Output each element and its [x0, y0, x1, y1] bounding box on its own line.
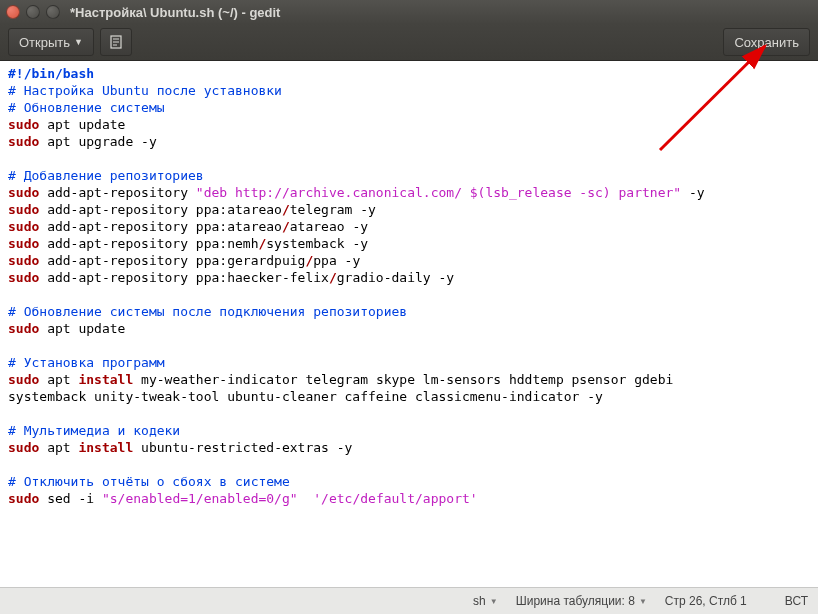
- statusbar: sh ▼ Ширина табуляции: 8 ▼ Стр 26, Стлб …: [0, 587, 818, 614]
- code-string: "s/enabled=1/enabled=0/g": [102, 491, 298, 506]
- status-tab-label: Ширина табуляции: 8: [516, 594, 635, 608]
- code-text: ppa -y: [313, 253, 360, 268]
- status-language-label: sh: [473, 594, 486, 608]
- code-keyword: sudo: [8, 372, 39, 387]
- code-text: add-apt-repository ppa:gerardpuig: [39, 253, 305, 268]
- window-controls: [6, 5, 60, 19]
- code-keyword: sudo: [8, 491, 39, 506]
- status-language[interactable]: sh ▼: [473, 594, 498, 608]
- code-slash: /: [282, 219, 290, 234]
- status-position-label: Стр 26, Стлб 1: [665, 594, 747, 608]
- code-text: apt: [39, 440, 78, 455]
- code-text: apt update: [39, 117, 125, 132]
- code-text: gradio-daily -y: [337, 270, 454, 285]
- status-tab-width[interactable]: Ширина табуляции: 8 ▼: [516, 594, 647, 608]
- maximize-icon[interactable]: [46, 5, 60, 19]
- code-text: apt update: [39, 321, 125, 336]
- code-keyword: sudo: [8, 117, 39, 132]
- code-text: systemback -y: [266, 236, 368, 251]
- code-text: add-apt-repository: [39, 185, 196, 200]
- minimize-icon[interactable]: [26, 5, 40, 19]
- code-text: add-apt-repository ppa:haecker-felix: [39, 270, 329, 285]
- code-string: '/etc/default/apport': [313, 491, 477, 506]
- code-keyword: install: [78, 372, 133, 387]
- code-string: "deb http://archive.canonical.com/ $(lsb…: [196, 185, 681, 200]
- code-keyword: sudo: [8, 270, 39, 285]
- code-comment: # Обновление системы после подключения р…: [8, 304, 407, 319]
- code-text: atareao -y: [290, 219, 368, 234]
- code-comment: # Отключить отчёты о сбоях в системе: [8, 474, 290, 489]
- code-slash: /: [282, 202, 290, 217]
- code-text: sed: [39, 491, 78, 506]
- status-insert-label: ВСТ: [785, 594, 808, 608]
- code-text: my-weather-indicator telegram skype lm-s…: [133, 372, 681, 387]
- status-cursor-position: Стр 26, Стлб 1: [665, 594, 747, 608]
- code-keyword: sudo: [8, 202, 39, 217]
- code-keyword: sudo: [8, 321, 39, 336]
- chevron-down-icon: ▼: [490, 597, 498, 606]
- code-keyword: sudo: [8, 185, 39, 200]
- code-keyword: sudo: [8, 219, 39, 234]
- close-icon[interactable]: [6, 5, 20, 19]
- code-shebang: #!/bin/bash: [8, 66, 94, 81]
- code-text: [298, 491, 314, 506]
- code-text: apt: [39, 372, 78, 387]
- code-text: ubuntu-restricted-extras -y: [133, 440, 352, 455]
- annotation-arrow: [630, 40, 805, 160]
- code-keyword: sudo: [8, 134, 39, 149]
- code-text: apt upgrade -y: [39, 134, 156, 149]
- code-text: -y: [681, 185, 704, 200]
- code-text: add-apt-repository ppa:atareao: [39, 202, 282, 217]
- code-comment: # Мультимедиа и кодеки: [8, 423, 180, 438]
- window-title: *Настройка\ Ubuntu.sh (~/) - gedit: [70, 5, 280, 20]
- svg-line-1: [660, 46, 765, 150]
- code-keyword: sudo: [8, 236, 39, 251]
- chevron-down-icon: ▼: [639, 597, 647, 606]
- status-insert-mode[interactable]: ВСТ: [785, 594, 808, 608]
- open-button[interactable]: Открыть ▼: [8, 28, 94, 56]
- code-comment: # Установка программ: [8, 355, 165, 370]
- code-keyword: sudo: [8, 440, 39, 455]
- code-text: -i: [78, 491, 101, 506]
- code-comment: # Обновление системы: [8, 100, 165, 115]
- code-comment: # Настройка Ubuntu после уставновки: [8, 83, 282, 98]
- code-text: add-apt-repository ppa:atareao: [39, 219, 282, 234]
- code-slash: /: [329, 270, 337, 285]
- chevron-down-icon: ▼: [74, 37, 83, 47]
- open-button-label: Открыть: [19, 35, 70, 50]
- code-keyword: sudo: [8, 253, 39, 268]
- code-text: add-apt-repository ppa:nemh: [39, 236, 258, 251]
- code-comment: # Добавление репозиториев: [8, 168, 204, 183]
- new-document-button[interactable]: [100, 28, 132, 56]
- window-titlebar: *Настройка\ Ubuntu.sh (~/) - gedit: [0, 0, 818, 24]
- code-keyword: install: [78, 440, 133, 455]
- code-text: systemback unity-tweak-tool ubuntu-clean…: [8, 389, 603, 404]
- document-icon: [109, 35, 123, 49]
- code-text: telegram -y: [290, 202, 376, 217]
